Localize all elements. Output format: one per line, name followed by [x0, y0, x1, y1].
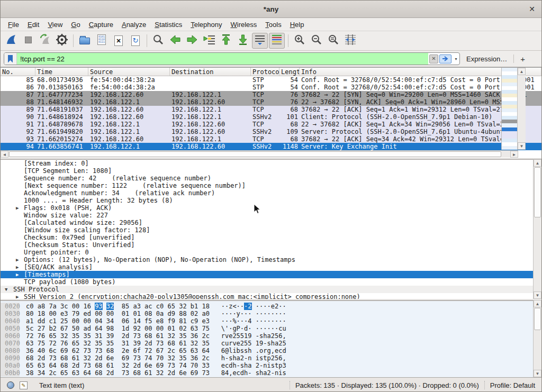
go-to-top-button[interactable] [218, 33, 234, 49]
packet-row-89[interactable]: 8971.648191037192.168.122.60192.168.122.… [1, 106, 541, 113]
find-packet-button[interactable] [150, 33, 166, 49]
detail-line[interactable]: ▶Flags: 0x018 (PSH, ACK) [1, 204, 541, 212]
bytes-scrollbar[interactable]: ▲ ▼ [533, 300, 541, 377]
menu-capture[interactable]: Capture [85, 19, 118, 30]
hex-row-0040[interactable]: 0040a1 dd c1 25 00 00 04 34 06 14 f5 e8 … [1, 317, 541, 325]
detail-line[interactable]: [Checksum Status: Unverified] [1, 241, 541, 249]
status-profile[interactable]: Profile: Default [490, 381, 535, 389]
packet-row-92[interactable]: 9271.661949820192.168.122.1192.168.122.6… [1, 128, 541, 135]
colorize-button[interactable] [269, 33, 285, 49]
column-header-destination[interactable]: Destination [170, 68, 251, 76]
hex-row-0090[interactable]: 009068 2d 73 68 61 32 2d 6e 69 73 74 70 … [1, 354, 541, 362]
hex-row-0060[interactable]: 006072 76 65 32 35 35 31 39 2d 73 68 61 … [1, 332, 541, 340]
detail-line[interactable]: Sequence number: 42 (relative sequence n… [1, 175, 541, 182]
go-to-packet-button[interactable] [201, 33, 217, 49]
menu-file[interactable]: File [4, 19, 23, 30]
column-header-no[interactable]: No. [1, 68, 35, 76]
menu-go[interactable]: Go [67, 19, 84, 30]
column-header-source[interactable]: Source [88, 68, 170, 76]
packet-row-90[interactable]: 9071.648618924192.168.122.60192.168.122.… [1, 113, 541, 121]
detail-line[interactable]: Checksum: 0x79ed [unverified] [1, 234, 541, 241]
packet-row-87[interactable]: 8771.647777234192.168.122.60192.168.122.… [1, 91, 541, 98]
zoom-in-button[interactable] [292, 33, 308, 49]
column-header-time[interactable]: Time [35, 68, 88, 76]
collapsed-icon[interactable]: ▶ [16, 256, 19, 263]
menu-statistics[interactable]: Statistics [150, 19, 186, 30]
detail-line[interactable]: ▼SSH Protocol [1, 286, 541, 293]
scroll-up-icon[interactable]: ▲ [534, 159, 541, 167]
go-to-bottom-button[interactable] [235, 33, 251, 49]
detail-line[interactable]: ▶SSH Version 2 (encryption:chacha20-poly… [1, 293, 541, 299]
expanded-icon[interactable]: ▼ [5, 286, 7, 293]
resize-columns-button[interactable] [342, 33, 358, 49]
packet-row-85[interactable]: 8568.001734936fe:54:00:d4:38:2aSTP54Conf… [1, 76, 541, 84]
add-filter-button[interactable]: + [520, 54, 525, 63]
hex-row-0020[interactable]: 0020c0 a8 7a 3c 00 16 93 32 85 a3 ac c0 … [1, 303, 541, 310]
detail-line[interactable]: ▶Options: (12 bytes), No-Operation (NOP)… [1, 256, 541, 263]
filter-apply-button[interactable] [439, 54, 451, 63]
hex-row-0070[interactable]: 007063 75 72 76 65 32 35 35 31 39 2d 73 … [1, 340, 541, 347]
packet-list-header[interactable]: No.TimeSourceDestinationProtocolLengthIn… [1, 68, 541, 76]
detail-line[interactable]: [Calculated window size: 29056] [1, 219, 541, 226]
scroll-up-icon[interactable]: ▲ [518, 68, 526, 75]
reload-file-button[interactable]: ↻ [128, 33, 143, 49]
go-back-button[interactable] [167, 33, 183, 49]
capture-options-button[interactable] [54, 33, 70, 49]
menu-telephony[interactable]: Telephony [186, 19, 226, 30]
menu-analyze[interactable]: Analyze [118, 19, 150, 30]
column-header-protocol[interactable]: Protocol [251, 68, 279, 76]
open-file-button[interactable] [77, 33, 93, 49]
packet-row-88[interactable]: 8871.648146932192.168.122.1192.168.122.6… [1, 98, 541, 106]
auto-scroll-button[interactable] [252, 33, 268, 49]
hex-row-0080[interactable]: 008036 40 6c 69 62 73 73 68 2e 6f 72 67 … [1, 347, 541, 354]
scroll-up-icon[interactable]: ▲ [534, 300, 541, 307]
display-filter-input[interactable] [17, 53, 428, 65]
detail-line[interactable]: TCP payload (1080 bytes) [1, 278, 541, 286]
packet-list-scrollbar[interactable]: ▲ ▼ [517, 68, 526, 150]
detail-line[interactable]: ▶[Timestamps] [1, 271, 541, 278]
filter-bookmark-button[interactable] [4, 53, 17, 65]
menu-tools[interactable]: Tools [261, 19, 285, 30]
collapsed-icon[interactable]: ▶ [16, 204, 19, 212]
capture-comment-icon[interactable]: ✎ [20, 381, 28, 389]
hex-row-0030[interactable]: 003080 18 00 e3 79 ed 00 00 01 01 08 0a … [1, 310, 541, 317]
close-file-button[interactable]: ✕ [111, 33, 127, 49]
hscroll-thumb[interactable] [9, 151, 501, 157]
title-bar[interactable]: *any ✕ [1, 1, 541, 18]
detail-line[interactable]: ▶[SEQ/ACK analysis] [1, 263, 541, 271]
menu-view[interactable]: View [43, 19, 67, 30]
menu-wireless[interactable]: Wireless [227, 19, 261, 30]
hex-row-00a0[interactable]: 00a065 63 64 68 2d 73 68 61 32 2d 6e 69 … [1, 362, 541, 369]
menu-edit[interactable]: Edit [23, 19, 43, 30]
detail-line[interactable]: [Stream index: 0] [1, 160, 541, 167]
column-header-length[interactable]: Length [279, 68, 300, 76]
packet-row-93[interactable]: 9371.662015274192.168.122.60192.168.122.… [1, 135, 541, 143]
collapsed-icon[interactable]: ▶ [16, 271, 19, 278]
scroll-down-icon[interactable]: ▼ [534, 370, 541, 377]
detail-line[interactable]: 1000 .... = Header Length: 32 bytes (8) [1, 197, 541, 204]
detail-line[interactable]: Urgent pointer: 0 [1, 249, 541, 256]
zoom-out-button[interactable] [309, 33, 324, 49]
scroll-down-icon[interactable]: ▼ [518, 142, 526, 150]
go-forward-button[interactable] [184, 33, 200, 49]
hex-row-00b0[interactable]: 00b038 34 2c 65 63 64 68 2d 73 68 61 32 … [1, 369, 541, 377]
packet-row-94[interactable]: 9471.663856741192.168.122.1192.168.122.6… [1, 143, 541, 150]
start-capture-button[interactable] [3, 33, 19, 49]
restart-capture-button[interactable] [37, 33, 53, 49]
detail-line[interactable]: [TCP Segment Len: 1080] [1, 167, 541, 175]
stop-capture-button[interactable] [20, 33, 36, 49]
filter-clear-button[interactable]: ✕ [429, 54, 438, 63]
scroll-down-icon[interactable]: ▼ [534, 291, 541, 299]
details-scrollbar[interactable]: ▲ ▼ [533, 159, 541, 299]
collapsed-icon[interactable]: ▶ [16, 263, 19, 271]
packet-minimap-scrollbar[interactable] [501, 68, 517, 150]
menu-help[interactable]: Help [286, 19, 309, 30]
detail-line[interactable]: Acknowledgment number: 34 (relative ack … [1, 189, 541, 197]
expert-info-icon[interactable] [7, 381, 14, 389]
detail-line[interactable]: Window size value: 227 [1, 212, 541, 219]
packet-row-91[interactable]: 9171.648789678192.168.122.1192.168.122.6… [1, 121, 541, 128]
scroll-right-icon[interactable]: ► [510, 151, 518, 158]
hex-row-0050[interactable]: 00505c 27 b2 67 50 ad 64 98 1d 92 00 00 … [1, 325, 541, 332]
detail-line[interactable]: [Next sequence number: 1122 (relative se… [1, 182, 541, 189]
filter-history-dropdown[interactable]: ▾ [453, 54, 459, 63]
